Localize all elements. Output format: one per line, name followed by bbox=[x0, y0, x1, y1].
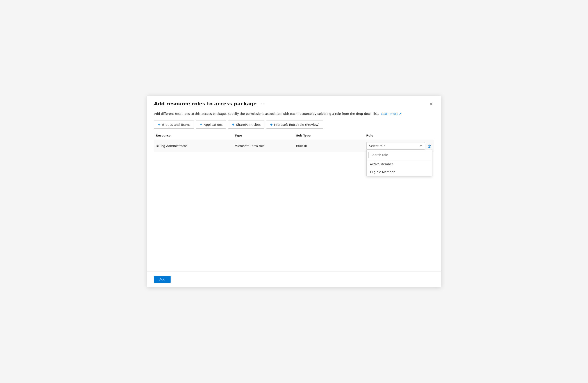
groups-teams-label: Groups and Teams bbox=[162, 123, 190, 126]
add-button[interactable]: Add bbox=[154, 276, 170, 283]
resource-subtype: Built-In bbox=[294, 142, 365, 150]
close-icon: ✕ bbox=[429, 101, 433, 107]
modal-header: Add resource roles to access package ···… bbox=[147, 96, 441, 107]
role-select-container: Select role ∨ Active Member Eligible Mem… bbox=[366, 142, 425, 150]
plus-icon-entra: + bbox=[270, 122, 273, 127]
more-options-icon[interactable]: ··· bbox=[259, 101, 264, 106]
table-header: Resource Type Sub Type Role bbox=[154, 133, 434, 140]
role-select-button[interactable]: Select role ∨ bbox=[366, 142, 425, 150]
modal-description: Add different resources to this access p… bbox=[147, 107, 441, 116]
dropdown-item-eligible-member[interactable]: Eligible Member bbox=[367, 168, 432, 176]
table-row: Billing Administrator Microsoft Entra ro… bbox=[154, 140, 434, 152]
role-cell: Select role ∨ Active Member Eligible Mem… bbox=[365, 140, 434, 152]
resource-type: Microsoft Entra role bbox=[233, 142, 294, 150]
entra-label: Microsoft Entra role (Preview) bbox=[274, 123, 319, 126]
plus-icon-sharepoint: + bbox=[232, 122, 235, 127]
role-dropdown: Active Member Eligible Member bbox=[366, 150, 432, 176]
resource-name: Billing Administrator bbox=[154, 142, 233, 150]
close-button[interactable]: ✕ bbox=[429, 101, 434, 107]
resource-table: Resource Type Sub Type Role Billing Admi… bbox=[147, 129, 441, 271]
column-resource: Resource bbox=[154, 133, 233, 138]
learn-more-link[interactable]: Learn more ↗ bbox=[381, 112, 401, 116]
applications-button[interactable]: + Applications bbox=[196, 121, 226, 129]
modal-container: Add resource roles to access package ···… bbox=[147, 96, 441, 287]
plus-icon-applications: + bbox=[200, 122, 202, 127]
plus-icon-groups: + bbox=[158, 122, 161, 127]
chevron-down-icon: ∨ bbox=[420, 144, 422, 147]
dropdown-search-area bbox=[367, 150, 432, 160]
toolbar: + Groups and Teams + Applications + Shar… bbox=[147, 116, 441, 129]
modal-title: Add resource roles to access package bbox=[154, 101, 257, 106]
external-link-icon: ↗ bbox=[398, 112, 401, 116]
sharepoint-button[interactable]: + SharePoint sites bbox=[228, 121, 264, 129]
groups-teams-button[interactable]: + Groups and Teams bbox=[154, 121, 194, 129]
modal-title-area: Add resource roles to access package ··· bbox=[154, 101, 264, 106]
sharepoint-label: SharePoint sites bbox=[236, 123, 261, 126]
delete-row-button[interactable]: 🗑 bbox=[427, 143, 432, 149]
modal-footer: Add bbox=[147, 271, 441, 287]
description-text: Add different resources to this access p… bbox=[154, 112, 379, 116]
search-role-input[interactable] bbox=[368, 152, 430, 158]
delete-icon: 🗑 bbox=[427, 144, 431, 148]
entra-role-button[interactable]: + Microsoft Entra role (Preview) bbox=[266, 121, 323, 129]
dropdown-item-active-member[interactable]: Active Member bbox=[367, 160, 432, 168]
column-subtype: Sub Type bbox=[294, 133, 365, 138]
role-select-placeholder: Select role bbox=[369, 144, 385, 148]
column-role: Role bbox=[365, 133, 434, 138]
column-type: Type bbox=[233, 133, 294, 138]
applications-label: Applications bbox=[204, 123, 223, 126]
